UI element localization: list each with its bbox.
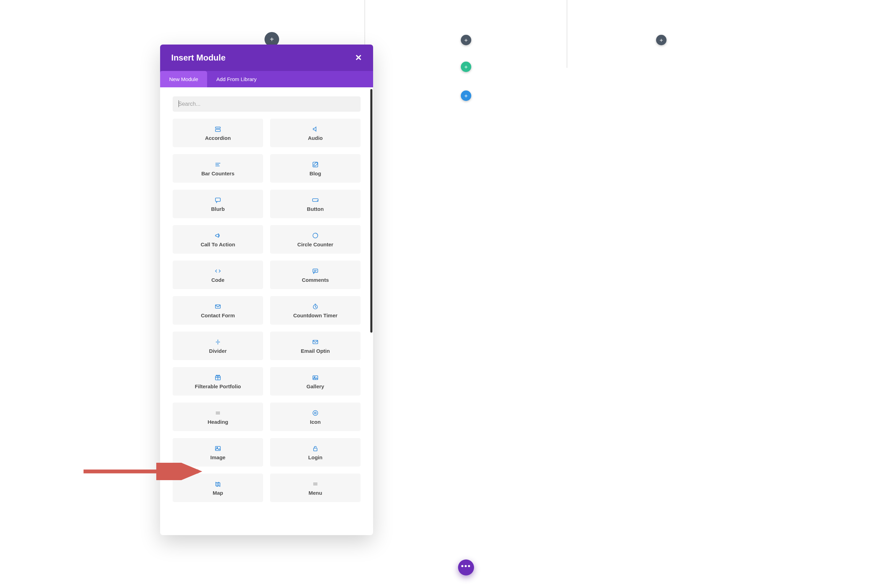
- mail-icon: [312, 338, 319, 346]
- module-item-image[interactable]: Image: [173, 438, 263, 466]
- megaphone-icon: [214, 232, 221, 239]
- module-item-email-optin[interactable]: Email Optin: [270, 332, 361, 360]
- module-item-label: Circle Counter: [297, 242, 333, 248]
- module-item-blurb[interactable]: Blurb: [173, 190, 263, 218]
- countdown-icon: [312, 303, 319, 310]
- plus-icon: +: [270, 36, 274, 44]
- blog-icon: [312, 161, 319, 168]
- search-input[interactable]: [173, 96, 361, 112]
- accordion-icon: [214, 125, 221, 133]
- module-item-label: Menu: [308, 490, 322, 496]
- module-item-label: Button: [307, 206, 324, 212]
- module-item-label: Blurb: [211, 206, 224, 212]
- module-item-label: Filterable Portfolio: [195, 383, 241, 389]
- module-item-label: Accordion: [205, 135, 231, 141]
- more-icon: •••: [461, 561, 471, 571]
- add-module-button-col2[interactable]: +: [461, 35, 471, 45]
- module-item-label: Image: [210, 454, 225, 460]
- blurb-icon: [214, 196, 221, 204]
- module-item-comments[interactable]: Comments: [270, 261, 361, 289]
- builder-more-button[interactable]: •••: [458, 560, 474, 576]
- module-item-label: Email Optin: [301, 348, 330, 354]
- module-item-filterable-portfolio[interactable]: Filterable Portfolio: [173, 367, 263, 396]
- modal-title: Insert Module: [171, 53, 225, 63]
- module-item-icon[interactable]: Icon: [270, 402, 361, 431]
- audio-icon: [312, 125, 319, 133]
- plus-icon: +: [464, 64, 468, 70]
- module-item-heading[interactable]: Heading: [173, 402, 263, 431]
- menu-icon: [312, 480, 319, 488]
- text-caret: [179, 100, 179, 107]
- comments-icon: [312, 267, 319, 275]
- module-item-label: Countdown Timer: [293, 312, 337, 318]
- image-icon: [214, 445, 221, 452]
- tab-add-from-library[interactable]: Add From Library: [207, 71, 266, 87]
- module-item-label: Call To Action: [200, 242, 235, 248]
- module-item-button[interactable]: Button: [270, 190, 361, 218]
- module-item-menu[interactable]: Menu: [270, 474, 361, 502]
- module-item-map[interactable]: Map: [173, 474, 263, 502]
- module-item-contact-form[interactable]: Contact Form: [173, 296, 263, 325]
- heading-icon: [214, 409, 221, 417]
- modal-header: Insert Module ✕: [160, 45, 373, 71]
- module-item-countdown-timer[interactable]: Countdown Timer: [270, 296, 361, 325]
- module-item-label: Divider: [209, 348, 227, 354]
- mail-icon: [214, 303, 221, 310]
- module-grid: AccordionAudioBar CountersBlogBlurbButto…: [173, 118, 361, 502]
- insert-module-modal: Insert Module ✕ New Module Add From Libr…: [160, 45, 373, 535]
- close-button[interactable]: ✕: [355, 53, 362, 63]
- module-item-label: Gallery: [307, 383, 325, 389]
- bar-counters-icon: [214, 161, 221, 168]
- add-module-button-col3[interactable]: +: [656, 35, 667, 45]
- divider-icon: [214, 338, 221, 346]
- module-item-label: Heading: [207, 419, 228, 425]
- column-divider: [566, 0, 567, 68]
- module-item-label: Map: [213, 490, 223, 496]
- close-icon: ✕: [355, 53, 362, 62]
- module-item-label: Audio: [308, 135, 323, 141]
- circle-counter-icon: [312, 232, 319, 239]
- gallery-icon: [312, 374, 319, 381]
- module-item-code[interactable]: Code: [173, 261, 263, 289]
- tab-new-module[interactable]: New Module: [160, 71, 207, 87]
- modal-tabs: New Module Add From Library: [160, 71, 373, 87]
- module-item-label: Bar Counters: [201, 171, 234, 176]
- module-item-login[interactable]: Login: [270, 438, 361, 466]
- module-item-gallery[interactable]: Gallery: [270, 367, 361, 396]
- map-icon: [214, 480, 221, 488]
- modal-body: AccordionAudioBar CountersBlogBlurbButto…: [160, 87, 373, 534]
- module-item-accordion[interactable]: Accordion: [173, 118, 263, 147]
- add-section-button[interactable]: +: [461, 90, 471, 101]
- module-item-audio[interactable]: Audio: [270, 118, 361, 147]
- module-item-divider[interactable]: Divider: [173, 332, 263, 360]
- target-icon: [312, 409, 319, 417]
- code-icon: [214, 267, 221, 275]
- module-item-label: Comments: [302, 277, 329, 283]
- module-item-label: Contact Form: [201, 312, 235, 318]
- module-item-blog[interactable]: Blog: [270, 154, 361, 183]
- module-item-label: Icon: [310, 419, 321, 425]
- scrollbar-thumb[interactable]: [370, 89, 373, 333]
- plus-icon: +: [660, 37, 663, 43]
- module-item-bar-counters[interactable]: Bar Counters: [173, 154, 263, 183]
- module-item-call-to-action[interactable]: Call To Action: [173, 225, 263, 254]
- lock-icon: [312, 445, 319, 452]
- add-row-button[interactable]: +: [461, 62, 471, 72]
- plus-icon: +: [464, 37, 468, 43]
- module-item-label: Login: [308, 454, 323, 460]
- button-icon: [312, 196, 319, 204]
- module-item-label: Blog: [310, 171, 321, 176]
- module-item-circle-counter[interactable]: Circle Counter: [270, 225, 361, 254]
- portfolio-icon: [214, 374, 221, 381]
- module-item-label: Code: [211, 277, 224, 283]
- plus-icon: +: [464, 93, 468, 99]
